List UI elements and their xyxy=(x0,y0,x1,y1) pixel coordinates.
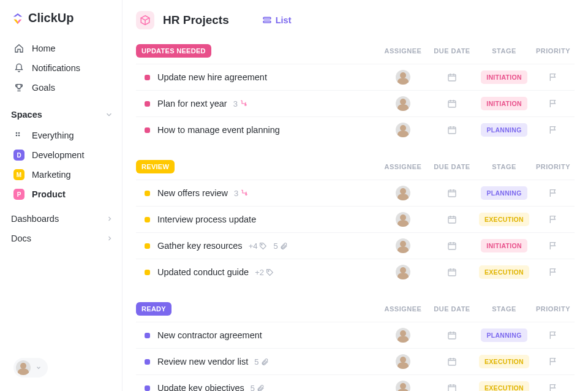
priority-cell[interactable] xyxy=(532,330,575,340)
due-date-cell[interactable] xyxy=(428,99,477,108)
assignee-cell[interactable] xyxy=(379,96,428,111)
due-date-cell[interactable] xyxy=(428,357,477,366)
nav-docs[interactable]: Docs xyxy=(11,233,113,243)
stage-cell[interactable]: PLANNING xyxy=(477,328,532,342)
assignee-cell[interactable] xyxy=(379,123,428,137)
stage-badge: INITIATION xyxy=(481,70,527,84)
task-row[interactable]: How to manage event planning PLANNING xyxy=(136,116,575,143)
nav-dashboards[interactable]: Dashboards xyxy=(11,214,113,224)
task-row[interactable]: Gather key resources +4 5 INITIATION xyxy=(136,232,575,259)
task-row[interactable]: Updated conduct guide +2 EXECUTION xyxy=(136,259,575,285)
flag-icon xyxy=(548,330,558,340)
task-row[interactable]: Plan for next year 3 INITIATION xyxy=(136,90,575,116)
view-list-button[interactable]: List xyxy=(262,15,292,25)
due-date-cell[interactable] xyxy=(428,72,477,82)
stage-cell[interactable]: PLANNING xyxy=(477,186,532,200)
assignee-cell[interactable] xyxy=(379,265,428,279)
spaces-everything[interactable]: Everything xyxy=(11,126,116,145)
nav-notifications-label: Notifications xyxy=(32,63,80,73)
assignee-cell[interactable] xyxy=(379,381,428,391)
due-date-cell[interactable] xyxy=(428,330,477,340)
assignee-cell[interactable] xyxy=(379,186,428,200)
space-item-product[interactable]: PProduct xyxy=(11,184,116,204)
stage-cell[interactable]: INITIATION xyxy=(477,70,532,84)
due-date-cell[interactable] xyxy=(428,383,477,391)
priority-cell[interactable] xyxy=(532,214,575,224)
attachment-count[interactable]: 5 xyxy=(254,357,268,366)
priority-cell[interactable] xyxy=(532,72,575,82)
group-status-label[interactable]: REVIEW xyxy=(136,160,175,173)
stage-cell[interactable]: EXECUTION xyxy=(477,355,532,368)
stage-cell[interactable]: PLANNING xyxy=(477,123,532,137)
column-headers: ASSIGNEE DUE DATE STAGE PRIORITY xyxy=(379,47,575,55)
priority-cell[interactable] xyxy=(532,267,575,277)
main-content: HR Projects List UPDATES NEEDED ASSIGNEE… xyxy=(123,0,588,391)
priority-cell[interactable] xyxy=(532,241,575,251)
due-date-cell[interactable] xyxy=(428,241,477,251)
nav-goals[interactable]: Goals xyxy=(11,78,116,97)
calendar-icon xyxy=(447,99,457,108)
attachment-count[interactable]: 5 xyxy=(273,241,287,251)
nav-notifications[interactable]: Notifications xyxy=(11,58,116,78)
stage-cell[interactable]: INITIATION xyxy=(477,97,532,110)
calendar-icon xyxy=(447,267,457,277)
stage-badge: EXECUTION xyxy=(479,213,529,226)
priority-cell[interactable] xyxy=(532,99,575,108)
task-row[interactable]: Update key objectives 5 EXECUTION xyxy=(136,374,575,391)
assignee-cell[interactable] xyxy=(379,212,428,227)
task-row[interactable]: New offers review 3 PLANNING xyxy=(136,180,575,206)
stage-cell[interactable]: EXECUTION xyxy=(477,213,532,226)
due-date-cell[interactable] xyxy=(428,214,477,224)
svg-rect-12 xyxy=(448,216,456,223)
task-title: Update new hire agreement xyxy=(157,72,267,82)
priority-cell[interactable] xyxy=(532,383,575,391)
avatar xyxy=(396,354,410,369)
stage-cell[interactable]: EXECUTION xyxy=(477,265,532,279)
task-row[interactable]: Update new hire agreement INITIATION xyxy=(136,64,575,90)
stage-cell[interactable]: EXECUTION xyxy=(477,381,532,391)
svg-rect-5 xyxy=(263,21,271,23)
flag-icon xyxy=(548,188,558,198)
spaces-header-label: Spaces xyxy=(11,110,42,120)
nav-home[interactable]: Home xyxy=(11,39,116,58)
assignee-cell[interactable] xyxy=(379,70,428,85)
col-due: DUE DATE xyxy=(428,47,477,55)
avatar xyxy=(396,328,410,343)
priority-cell[interactable] xyxy=(532,125,575,135)
tags-count[interactable]: +2 xyxy=(255,268,274,277)
due-date-cell[interactable] xyxy=(428,125,477,135)
priority-cell[interactable] xyxy=(532,357,575,366)
group-status-label[interactable]: UPDATES NEEDED xyxy=(136,44,211,58)
logo-icon xyxy=(11,12,24,25)
svg-point-2 xyxy=(16,135,18,137)
due-date-cell[interactable] xyxy=(428,267,477,277)
user-menu[interactable] xyxy=(13,358,48,378)
task-row[interactable]: New contractor agreement PLANNING xyxy=(136,322,575,348)
task-row[interactable]: Interview process update EXECUTION xyxy=(136,206,575,232)
flag-icon xyxy=(548,72,558,82)
subtask-count[interactable]: 3 xyxy=(233,99,248,108)
column-headers: ASSIGNEE DUE DATE STAGE PRIORITY xyxy=(379,305,575,313)
tags-count[interactable]: +4 xyxy=(249,241,268,251)
calendar-icon xyxy=(447,357,457,366)
priority-cell[interactable] xyxy=(532,188,575,198)
assignee-cell[interactable] xyxy=(379,238,428,253)
assignee-cell[interactable] xyxy=(379,354,428,369)
group-status-label[interactable]: READY xyxy=(136,302,172,316)
subtask-count[interactable]: 3 xyxy=(234,189,249,198)
calendar-icon xyxy=(447,214,457,224)
stage-cell[interactable]: INITIATION xyxy=(477,239,532,252)
assignee-cell[interactable] xyxy=(379,328,428,343)
due-date-cell[interactable] xyxy=(428,188,477,198)
flag-icon xyxy=(548,383,558,391)
svg-rect-18 xyxy=(448,359,456,365)
space-item-marketing[interactable]: MMarketing xyxy=(11,165,116,184)
task-row[interactable]: Review new vendor list 5 EXECUTION xyxy=(136,348,575,374)
task-title: Updated conduct guide xyxy=(157,267,249,277)
spaces-header[interactable]: Spaces xyxy=(11,110,113,120)
brand-logo[interactable]: ClickUp xyxy=(11,11,116,25)
svg-point-1 xyxy=(18,132,20,134)
space-item-development[interactable]: DDevelopment xyxy=(11,145,116,165)
col-priority: PRIORITY xyxy=(532,47,575,55)
attachment-count[interactable]: 5 xyxy=(251,384,265,392)
